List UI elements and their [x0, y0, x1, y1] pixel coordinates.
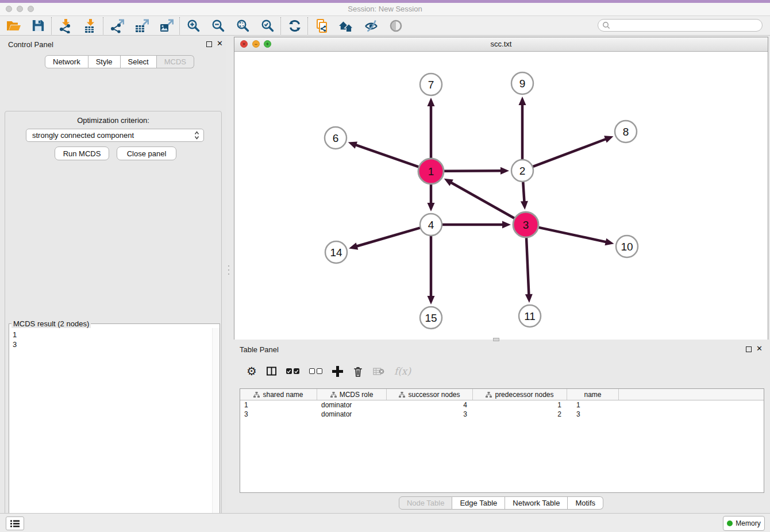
optimization-criterion-select[interactable]: strongly connected component [26, 129, 204, 142]
table-row[interactable]: 3 dominator 3 2 3 [240, 410, 764, 419]
horizontal-splitter-handle[interactable] [493, 338, 499, 341]
graph-edge-1-2[interactable] [444, 171, 503, 171]
export-network-icon[interactable] [109, 18, 125, 33]
tab-network-table[interactable]: Network Table [505, 496, 568, 510]
cell-name[interactable]: 3 [567, 410, 619, 419]
tab-style[interactable]: Style [88, 55, 121, 68]
mcds-result-list[interactable]: 1 3 [9, 328, 220, 532]
toggle-columns-icon[interactable] [267, 367, 276, 376]
column-type-icon [330, 392, 337, 398]
graph-edge-arrowhead [348, 141, 357, 148]
cell-successor-nodes[interactable]: 4 [387, 400, 473, 410]
table-row[interactable]: 1 dominator 4 1 1 [240, 400, 764, 410]
graph-edge-arrowhead [428, 296, 435, 304]
tab-mcds[interactable]: MCDS [157, 55, 194, 68]
search-input[interactable] [610, 20, 762, 31]
table-panel-close-icon[interactable]: ✕ [756, 345, 763, 353]
graph-node-label-10: 10 [621, 241, 633, 253]
graph-edge-arrowhead [519, 97, 526, 105]
memory-button[interactable]: Memory [723, 516, 765, 531]
toolbar-separator [280, 17, 282, 34]
search-box[interactable] [598, 19, 763, 32]
control-panel-float-icon[interactable] [206, 41, 212, 47]
zoom-in-icon[interactable] [186, 18, 201, 33]
graph-edge-1-6[interactable] [354, 144, 418, 167]
home-hierarchy-icon[interactable] [338, 18, 354, 33]
zoom-selected-icon[interactable] [260, 18, 275, 33]
delete-row-icon[interactable] [353, 365, 363, 377]
run-mcds-button[interactable]: Run MCDS [55, 147, 109, 160]
column-header-name[interactable]: name [567, 389, 619, 400]
graph-edge-2-8[interactable] [533, 138, 607, 167]
function-builder-icon[interactable]: f(x) [394, 365, 411, 377]
column-header-predecessor-nodes[interactable]: predecessor nodes [473, 389, 567, 400]
open-session-icon[interactable] [6, 18, 21, 33]
refresh-layout-icon[interactable] [287, 18, 302, 33]
table-panel-float-icon[interactable] [746, 346, 752, 352]
hide-graphics-details-icon[interactable] [363, 18, 379, 33]
zoom-out-icon[interactable] [210, 18, 226, 33]
cell-shared-name[interactable]: 3 [240, 410, 317, 419]
close-panel-button[interactable]: Close panel [117, 147, 176, 160]
graph-node-label-14: 14 [330, 246, 342, 259]
select-all-rows-icon[interactable] [286, 368, 299, 374]
column-header-mcds-role[interactable]: MCDS role [317, 389, 387, 400]
table-panel: Table Panel ✕ ⚙ f(x) [234, 342, 768, 510]
graph-edge-3-11[interactable] [526, 238, 529, 296]
cell-name[interactable]: 1 [567, 400, 619, 410]
cell-mcds-role[interactable]: dominator [317, 410, 387, 419]
duplicate-network-icon[interactable] [314, 18, 329, 33]
table-toolbar: ⚙ f(x) [240, 359, 763, 383]
list-icon [10, 520, 20, 527]
show-graphics-details-icon[interactable] [388, 18, 403, 33]
cell-shared-name[interactable]: 1 [240, 400, 317, 410]
column-type-icon [486, 392, 492, 398]
table-settings-icon[interactable]: ⚙ [247, 365, 257, 377]
column-header-successor-nodes[interactable]: successor nodes [387, 389, 473, 400]
cell-predecessor-nodes[interactable]: 1 [473, 400, 567, 410]
memory-label: Memory [736, 519, 760, 527]
graph-edge-arrowhead [500, 167, 509, 175]
graph-node-label-7: 7 [428, 79, 434, 91]
column-header-shared-name[interactable]: shared name [240, 389, 317, 400]
cell-successor-nodes[interactable]: 3 [387, 410, 473, 419]
graph-node-label-2: 2 [519, 165, 526, 177]
export-table-icon[interactable] [134, 18, 149, 33]
deselect-all-rows-icon[interactable] [309, 368, 322, 374]
result-scrollbar[interactable] [212, 328, 220, 532]
zoom-fit-icon[interactable] [235, 18, 251, 33]
titlebar: Session: New Session [0, 3, 770, 16]
graph-node-label-6: 6 [333, 132, 339, 144]
network-window-title: scc.txt [234, 40, 768, 48]
import-table-icon[interactable] [82, 18, 98, 33]
network-canvas[interactable]: 1234678910111415 [234, 52, 768, 340]
graph-edge-2-3[interactable] [523, 182, 524, 203]
tab-select[interactable]: Select [121, 55, 157, 68]
network-window-titlebar[interactable]: ✕ − + scc.txt [234, 37, 768, 52]
cell-mcds-role[interactable]: dominator [317, 400, 387, 410]
tab-edge-table[interactable]: Edge Table [452, 496, 505, 510]
task-history-button[interactable] [6, 516, 24, 530]
table-header-row: shared name MCDS role successor nodes pr… [240, 389, 764, 400]
mcds-result-box: MCDS result (2 nodes) 1 3 [9, 319, 220, 532]
stepper-icon [194, 131, 199, 140]
window-title: Session: New Session [0, 5, 770, 13]
tab-node-table[interactable]: Node Table [399, 496, 453, 510]
graph-edge-3-10[interactable] [538, 228, 607, 242]
export-image-icon[interactable] [159, 18, 174, 33]
graph-edge-arrowhead [521, 201, 528, 210]
graph-edge-3-1[interactable] [449, 182, 514, 218]
delete-table-icon[interactable] [373, 367, 384, 376]
vertical-splitter-handle[interactable] [228, 265, 230, 275]
add-row-icon[interactable] [332, 366, 343, 377]
cell-predecessor-nodes[interactable]: 2 [473, 410, 567, 419]
control-panel-close-icon[interactable]: ✕ [217, 40, 223, 48]
tab-network[interactable]: Network [45, 55, 88, 68]
graph-node-label-1: 1 [428, 165, 434, 178]
import-network-icon[interactable] [57, 18, 73, 33]
graph-node-label-9: 9 [519, 78, 526, 90]
graph-node-label-11: 11 [524, 310, 536, 322]
graph-edge-4-14[interactable] [355, 228, 420, 247]
tab-motifs[interactable]: Motifs [568, 496, 603, 510]
save-session-icon[interactable] [30, 18, 46, 33]
